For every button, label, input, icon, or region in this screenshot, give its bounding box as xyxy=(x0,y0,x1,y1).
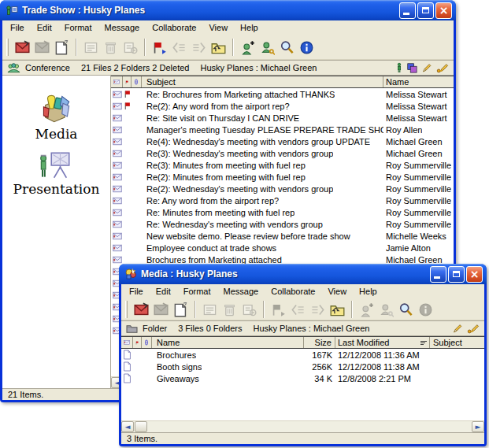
message-row[interactable]: Manager's meeting Tuesday PLEASE PREPARE… xyxy=(111,124,454,135)
menu-item[interactable]: Edit xyxy=(150,284,177,299)
column-header-flag[interactable] xyxy=(123,76,132,87)
menu-item[interactable]: Message xyxy=(217,284,265,299)
online-status-icon xyxy=(396,62,402,73)
unquote-icon[interactable] xyxy=(309,301,327,319)
protected-pencil-icon[interactable] xyxy=(467,323,480,334)
message-row[interactable]: New website demo. Please review before t… xyxy=(111,230,454,242)
column-header-attachment[interactable] xyxy=(142,337,152,348)
media-titlebar[interactable]: Media : Husky Planes × xyxy=(119,264,487,284)
menu-item[interactable]: Format xyxy=(58,20,98,35)
column-header-modified[interactable]: Last Modified xyxy=(335,337,430,348)
file-row[interactable]: Booth signs 256K 12/12/2008 11:38 AM xyxy=(121,361,484,372)
pencil-icon[interactable] xyxy=(421,62,432,73)
menu-item[interactable]: File xyxy=(123,284,150,299)
menu-item[interactable]: Collaborate xyxy=(146,20,202,35)
column-header-subject[interactable]: Subject xyxy=(430,337,484,348)
add-member-icon[interactable] xyxy=(239,39,257,57)
scroll-right-button[interactable]: ► xyxy=(472,421,484,432)
message-row[interactable]: Re(4): Wednesday's meeting with vendors … xyxy=(111,135,454,147)
info-icon[interactable] xyxy=(417,301,435,319)
summarize-icon[interactable] xyxy=(82,39,100,57)
protected-pencil-icon[interactable] xyxy=(436,62,449,73)
toolbar-grip[interactable] xyxy=(125,301,128,318)
container-stats: 3 Files 0 Folders xyxy=(178,324,242,333)
unsubscribe-icon[interactable] xyxy=(240,301,258,319)
message-row[interactable]: Re: Any word from the airport rep? Roy S… xyxy=(111,194,454,206)
quote-icon[interactable] xyxy=(289,301,307,319)
maximize-icon xyxy=(422,7,429,13)
flag-icon[interactable] xyxy=(269,301,287,319)
main-titlebar[interactable]: Trade Show : Husky Planes × xyxy=(0,0,456,20)
toolbar-grip[interactable] xyxy=(6,39,9,56)
column-header-subject[interactable]: Subject xyxy=(142,76,383,87)
menu-item[interactable]: Help xyxy=(353,284,383,299)
menu-item[interactable]: File xyxy=(4,20,31,35)
unsend-message-icon[interactable] xyxy=(33,39,51,57)
message-row[interactable]: Re: Site visit on Thursday I CAN DRIVE M… xyxy=(111,112,454,124)
desktop-item-presentation[interactable]: Presentation xyxy=(13,151,100,197)
new-message-icon[interactable] xyxy=(13,39,31,57)
delete-icon[interactable] xyxy=(102,39,120,57)
summarize-icon[interactable] xyxy=(201,301,219,319)
message-row[interactable]: Re(2): Minutes from meeting with fuel re… xyxy=(111,171,454,183)
minimize-button[interactable] xyxy=(399,2,416,19)
column-header-attachment[interactable] xyxy=(132,76,142,87)
message-row[interactable]: Re(2): Wednesday's meeting with vendors … xyxy=(111,183,454,194)
permissions-icon[interactable] xyxy=(377,301,395,319)
info-icon[interactable] xyxy=(298,39,316,57)
message-row[interactable]: Re: Minutes from meeting with fuel rep R… xyxy=(111,206,454,218)
flag-icon[interactable] xyxy=(150,39,169,57)
file-row[interactable]: Giveaways 34 K 12/8/2008 2:21 PM xyxy=(121,372,484,384)
pencil-icon[interactable] xyxy=(452,323,463,334)
new-message-icon[interactable] xyxy=(132,301,150,319)
minimize-button[interactable] xyxy=(430,266,446,283)
horizontal-scrollbar: ◄ ► xyxy=(121,420,484,432)
menu-item[interactable]: View xyxy=(321,284,353,299)
message-subject: Re(2): Minutes from meeting with fuel re… xyxy=(146,172,306,182)
parent-folder-icon[interactable] xyxy=(209,39,228,57)
column-header-icon[interactable] xyxy=(111,76,123,87)
scrollbar-thumb[interactable] xyxy=(135,421,147,432)
message-subject: Re: Any word from the airport rep? xyxy=(146,196,279,205)
menu-item[interactable]: View xyxy=(202,20,234,35)
parent-folder-icon[interactable] xyxy=(328,301,346,319)
search-icon[interactable] xyxy=(397,301,415,319)
desktop-item-media[interactable]: Media xyxy=(35,93,78,142)
column-header-name[interactable]: Name xyxy=(152,337,304,348)
column-header-flag[interactable] xyxy=(133,337,142,348)
message-row[interactable]: Re: Wednesday's meeting with vendors gro… xyxy=(111,218,454,230)
message-row[interactable]: Re(3): Wednesday's meeting with vendors … xyxy=(111,147,454,159)
message-row[interactable]: Re: Brochures from Marketing attached TH… xyxy=(111,88,454,100)
unsubscribe-icon[interactable] xyxy=(121,39,139,57)
menu-item[interactable]: Collaborate xyxy=(265,284,321,299)
folder-icon xyxy=(126,324,138,334)
scroll-left-button[interactable]: ◄ xyxy=(121,421,134,432)
new-document-icon[interactable] xyxy=(53,39,71,57)
flag-icon xyxy=(124,102,131,110)
maximize-icon xyxy=(453,271,460,277)
new-document-icon[interactable] xyxy=(172,301,190,319)
delete-icon[interactable] xyxy=(220,301,239,319)
file-row[interactable]: Brochures 167K 12/12/2008 11:36 AM xyxy=(121,349,484,361)
menu-item[interactable]: Message xyxy=(98,20,146,35)
unquote-icon[interactable] xyxy=(190,39,208,57)
column-header-icon[interactable] xyxy=(121,337,133,348)
message-row[interactable]: Employee conduct at trade shows Jamie Al… xyxy=(111,242,454,254)
unsend-message-icon[interactable] xyxy=(152,301,170,319)
menu-item[interactable]: Edit xyxy=(31,20,58,35)
maximize-button[interactable] xyxy=(417,2,434,19)
message-row[interactable]: Re(3): Minutes from meeting with fuel re… xyxy=(111,159,454,171)
message-row[interactable]: Re(2): Any word from the airport rep? Me… xyxy=(111,100,454,112)
menu-item[interactable]: Format xyxy=(177,284,217,299)
quote-icon[interactable] xyxy=(170,39,188,57)
close-button[interactable]: × xyxy=(466,266,483,283)
menu-item[interactable]: Help xyxy=(234,20,265,35)
permissions-icon[interactable] xyxy=(258,39,276,57)
column-header-name[interactable]: Name xyxy=(383,76,454,87)
column-header-size[interactable]: Size xyxy=(304,337,335,348)
maximize-button[interactable] xyxy=(448,266,465,283)
envelope-icon xyxy=(113,209,122,217)
close-button[interactable]: × xyxy=(435,2,452,19)
add-member-icon[interactable] xyxy=(357,301,376,319)
search-icon[interactable] xyxy=(278,39,296,57)
